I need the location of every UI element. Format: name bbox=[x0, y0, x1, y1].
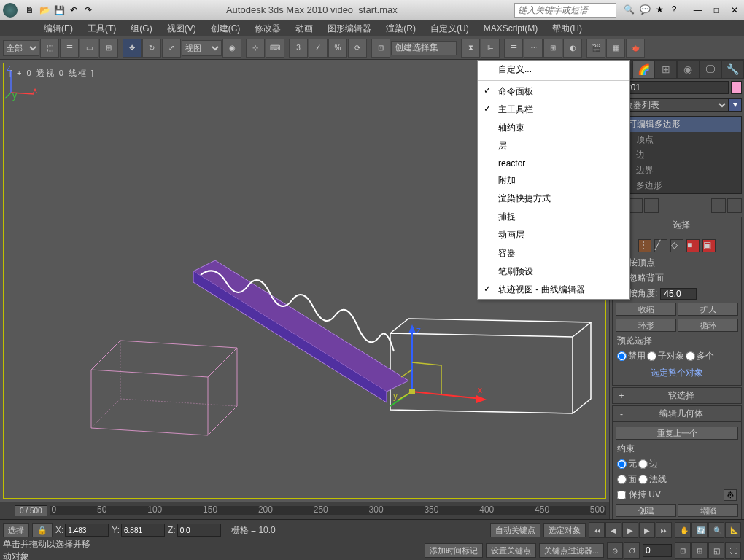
menu-modifiers[interactable]: 修改器 bbox=[247, 23, 288, 35]
y-coord-input[interactable] bbox=[121, 524, 165, 537]
configure-sets-icon[interactable] bbox=[727, 198, 742, 213]
next-frame-icon[interactable]: ▶ bbox=[639, 522, 655, 538]
display-tab-icon[interactable]: 🖵 bbox=[700, 60, 722, 79]
modifier-stack[interactable]: ▣ 可编辑多边形 顶点 边 边界 多边形 bbox=[612, 116, 742, 194]
ring-button[interactable]: 环形 bbox=[616, 319, 676, 332]
window-crossing-icon[interactable]: ⊞ bbox=[99, 39, 118, 58]
open-icon[interactable]: 📂 bbox=[38, 4, 51, 17]
angle-spinner[interactable] bbox=[660, 288, 697, 300]
show-end-result-icon[interactable] bbox=[628, 198, 643, 213]
preview-subobj-radio[interactable] bbox=[647, 351, 656, 361]
menu-item-layers[interactable]: 层 bbox=[478, 137, 629, 155]
selection-rollout-header[interactable]: -选择 bbox=[612, 217, 742, 233]
hierarchy-tab-icon[interactable]: ⊞ bbox=[654, 60, 677, 79]
x-coord-input[interactable] bbox=[65, 524, 109, 537]
modify-tab-icon[interactable]: 🌈 bbox=[632, 60, 655, 79]
menu-item-main-toolbar[interactable]: 主工具栏 bbox=[478, 101, 629, 119]
time-config-icon[interactable]: ⏱ bbox=[624, 542, 640, 559]
spinner-snap-icon[interactable]: ⟳ bbox=[348, 39, 367, 58]
keyboard-shortcut-icon[interactable]: ⌨ bbox=[266, 39, 284, 58]
menu-customize[interactable]: 自定义(U) bbox=[423, 23, 476, 35]
scale-icon[interactable]: ⤢ bbox=[162, 39, 181, 58]
named-selection-set[interactable] bbox=[391, 41, 457, 55]
repeat-last-button[interactable]: 重复上一个 bbox=[616, 427, 738, 440]
stack-editable-poly[interactable]: ▣ 可编辑多边形 bbox=[613, 117, 741, 132]
create-button[interactable]: 创建 bbox=[616, 504, 676, 517]
manipulate-icon[interactable]: ⊹ bbox=[246, 39, 265, 58]
make-unique-icon[interactable] bbox=[644, 198, 659, 213]
menu-help[interactable]: 帮助(H) bbox=[545, 23, 589, 35]
timeline-track[interactable]: 050100150200250300350400450500 bbox=[50, 506, 606, 515]
lock-icon[interactable]: 🔒 bbox=[32, 523, 53, 537]
menu-edit[interactable]: 编辑(E) bbox=[36, 23, 80, 35]
curve-editor-icon[interactable]: 〰 bbox=[524, 39, 543, 58]
arc-rotate-icon[interactable]: 🔄 bbox=[691, 522, 708, 538]
star-icon[interactable]: ★ bbox=[656, 4, 667, 16]
menu-item-customize[interactable]: 自定义... bbox=[478, 61, 629, 79]
stack-edge[interactable]: 边 bbox=[620, 147, 741, 163]
current-frame[interactable]: 0 / 500 bbox=[15, 505, 47, 516]
preserve-uv-settings[interactable]: ⚙ bbox=[724, 489, 737, 501]
mirror-icon[interactable]: ⧗ bbox=[461, 39, 480, 58]
percent-snap-icon[interactable]: % bbox=[328, 39, 347, 58]
app-icon[interactable] bbox=[3, 3, 18, 18]
constraint-none-radio[interactable] bbox=[617, 459, 627, 469]
preserve-uv-checkbox[interactable] bbox=[617, 491, 626, 499]
motion-tab-icon[interactable]: ◉ bbox=[677, 60, 700, 79]
menu-item-command-panel[interactable]: 命令面板 bbox=[478, 82, 629, 101]
minimize-button[interactable]: — bbox=[691, 5, 705, 15]
z-coord-input[interactable] bbox=[177, 524, 221, 537]
constraint-normal-radio[interactable] bbox=[638, 475, 648, 484]
redo-icon[interactable]: ↷ bbox=[82, 4, 95, 17]
prev-frame-icon[interactable]: ◀ bbox=[605, 522, 621, 538]
max-toggle-icon[interactable]: ◱ bbox=[708, 542, 724, 559]
preview-off-radio[interactable] bbox=[617, 351, 627, 361]
menu-graph-editors[interactable]: 图形编辑器 bbox=[320, 23, 379, 35]
save-icon[interactable]: 💾 bbox=[53, 4, 66, 17]
pan-icon[interactable]: ✋ bbox=[675, 522, 691, 538]
selected-object-button[interactable]: 选定对象 bbox=[543, 523, 586, 537]
render-setup-icon[interactable]: 🎬 bbox=[586, 39, 605, 58]
modifier-dropdown-button[interactable]: ▾ bbox=[729, 98, 742, 112]
selection-filter[interactable]: 全部 bbox=[3, 40, 39, 56]
menu-rendering[interactable]: 渲染(R) bbox=[379, 23, 423, 35]
render-frame-icon[interactable]: ▦ bbox=[606, 39, 625, 58]
select-lock-button[interactable]: 选择 bbox=[3, 523, 29, 537]
auto-key-button[interactable]: 自动关键点 bbox=[490, 523, 540, 537]
menu-views[interactable]: 视图(V) bbox=[160, 23, 204, 35]
material-editor-icon[interactable]: ◐ bbox=[563, 39, 582, 58]
select-all-link[interactable]: 选定整个对象 bbox=[616, 364, 738, 382]
menu-item-reactor[interactable]: reactor bbox=[478, 155, 629, 171]
set-key-button[interactable]: 设置关键点 bbox=[486, 543, 536, 558]
search-input[interactable] bbox=[514, 3, 616, 18]
undo-icon[interactable]: ↶ bbox=[67, 4, 80, 17]
select-by-name-icon[interactable]: ☰ bbox=[60, 39, 79, 58]
edit-geometry-header[interactable]: -编辑几何体 bbox=[612, 405, 742, 422]
play-icon[interactable]: ▶ bbox=[622, 522, 638, 538]
collapse-button[interactable]: 塌陷 bbox=[678, 504, 738, 517]
menu-item-containers[interactable]: 容器 bbox=[478, 244, 629, 262]
menu-item-trackview[interactable]: 轨迹视图 - 曲线编辑器 bbox=[478, 281, 629, 299]
remove-modifier-icon[interactable] bbox=[711, 198, 726, 213]
stack-vertex[interactable]: 顶点 bbox=[620, 132, 741, 147]
menu-item-snaps[interactable]: 捕捉 bbox=[478, 208, 629, 226]
menu-tools[interactable]: 工具(T) bbox=[80, 23, 123, 35]
schematic-icon[interactable]: ⊞ bbox=[543, 39, 562, 58]
close-button[interactable]: ✕ bbox=[728, 5, 741, 15]
constraint-edge-radio[interactable] bbox=[638, 459, 648, 469]
menu-animation[interactable]: 动画 bbox=[288, 23, 320, 35]
fov-icon[interactable]: 📐 bbox=[725, 522, 741, 538]
snap-icon[interactable]: 3 bbox=[289, 39, 308, 58]
new-icon[interactable]: 🗎 bbox=[23, 4, 36, 17]
utilities-tab-icon[interactable]: 🔧 bbox=[721, 60, 744, 79]
ref-coord-system[interactable]: 视图 bbox=[182, 40, 222, 56]
layers-icon[interactable]: ☰ bbox=[504, 39, 523, 58]
menu-item-animation-layers[interactable]: 动画层 bbox=[478, 226, 629, 244]
grow-button[interactable]: 扩大 bbox=[678, 303, 738, 316]
select-region-icon[interactable]: ▭ bbox=[80, 39, 98, 58]
key-mode-icon[interactable]: ⊙ bbox=[607, 542, 623, 559]
align-icon[interactable]: ⊫ bbox=[481, 39, 500, 58]
menu-create[interactable]: 创建(C) bbox=[204, 23, 248, 35]
menu-item-render-shortcuts[interactable]: 渲染快捷方式 bbox=[478, 190, 629, 208]
key-filters-button[interactable]: 关键点过滤器... bbox=[539, 543, 604, 558]
